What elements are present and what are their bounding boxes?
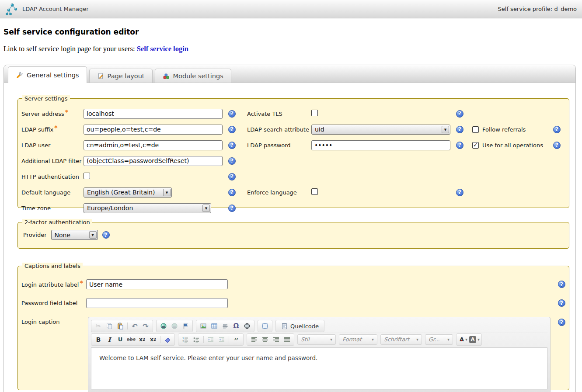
insert-image-button[interactable] xyxy=(198,321,209,331)
help-icon[interactable] xyxy=(228,189,236,196)
undo-button[interactable]: ↶ xyxy=(129,321,140,331)
time-zone-row: Time zone Europe/London xyxy=(21,203,565,213)
help-icon[interactable] xyxy=(553,126,561,133)
format-dropdown[interactable]: Format xyxy=(339,334,377,345)
checkmark-icon: ✓ xyxy=(473,142,478,148)
help-icon[interactable] xyxy=(228,126,236,133)
selected-value: uid xyxy=(315,126,324,133)
bullet-list-button[interactable] xyxy=(191,335,202,344)
ordered-list-button[interactable]: 12 xyxy=(180,335,191,344)
source-button-label: Quellcode xyxy=(290,323,319,330)
special-character-button[interactable]: Ω xyxy=(231,321,241,331)
superscript-button[interactable]: x2 xyxy=(148,335,158,344)
help-icon[interactable] xyxy=(456,126,464,133)
ldap-password-input[interactable] xyxy=(311,140,450,150)
help-icon[interactable] xyxy=(558,299,565,307)
follow-referrals-checkbox[interactable] xyxy=(472,126,479,133)
subscript-button[interactable]: x2 xyxy=(137,335,147,344)
help-icon[interactable] xyxy=(456,142,464,149)
help-icon[interactable] xyxy=(456,110,464,118)
superscript-icon: x xyxy=(150,336,153,343)
provider-select[interactable]: None xyxy=(51,230,98,240)
anchor-button[interactable] xyxy=(180,321,191,331)
login-caption-label: Login caption xyxy=(21,317,86,325)
self-service-login-link[interactable]: Self service login xyxy=(137,45,188,53)
help-icon[interactable] xyxy=(228,142,236,149)
login-attribute-label: Login attribute label* xyxy=(21,281,86,288)
login-caption-editor: ✂ ↶ ↷ xyxy=(88,317,551,392)
title-bar: LDAP Account Manager Self service profil… xyxy=(0,0,582,18)
cut-button[interactable]: ✂ xyxy=(93,321,104,331)
italic-button[interactable]: I xyxy=(104,335,115,344)
tab-label: General settings xyxy=(27,72,79,79)
outdent-button[interactable] xyxy=(206,335,216,344)
help-icon[interactable] xyxy=(553,142,561,149)
svg-text:1: 1 xyxy=(182,336,184,340)
default-language-select[interactable]: English (Great Britain) xyxy=(84,187,172,198)
tab-page-layout[interactable]: Page layout xyxy=(89,69,153,83)
two-factor-fieldset: 2-factor authentication Provider None xyxy=(17,219,569,249)
underline-button[interactable]: U xyxy=(115,335,125,344)
align-left-icon xyxy=(251,336,258,343)
format-dropdown-label: Format xyxy=(342,336,362,343)
copy-button[interactable] xyxy=(104,321,115,331)
horizontal-rule-button[interactable] xyxy=(220,321,230,331)
size-dropdown[interactable]: Gr... xyxy=(425,334,453,345)
align-right-button[interactable] xyxy=(271,335,281,344)
login-attribute-input[interactable] xyxy=(86,279,228,289)
background-color-icon: A xyxy=(469,336,476,343)
required-marker: * xyxy=(54,124,57,131)
activate-tls-checkbox[interactable] xyxy=(311,110,318,116)
additional-ldap-filter-input[interactable] xyxy=(84,156,223,166)
help-icon[interactable] xyxy=(228,157,236,165)
svg-text:2: 2 xyxy=(182,340,184,343)
paste-button[interactable] xyxy=(115,321,125,331)
login-link-prefix: Link to self service login page for your… xyxy=(3,45,135,53)
insert-link-button[interactable] xyxy=(158,321,169,331)
ldap-user-input[interactable] xyxy=(84,140,223,150)
help-icon[interactable] xyxy=(456,189,464,196)
help-icon[interactable] xyxy=(228,110,236,118)
tab-general-settings[interactable]: General settings xyxy=(8,66,87,83)
use-for-all-operations-checkbox[interactable]: ✓ xyxy=(472,142,479,149)
insert-table-button[interactable] xyxy=(209,321,220,331)
strikethrough-button[interactable]: abc xyxy=(126,335,136,344)
password-field-label-input[interactable] xyxy=(86,298,228,308)
http-authentication-checkbox[interactable] xyxy=(84,173,90,179)
ldap-search-attribute-select[interactable]: uid xyxy=(311,125,450,135)
help-icon[interactable] xyxy=(228,173,236,180)
enforce-language-checkbox[interactable] xyxy=(311,188,318,195)
remove-format-button[interactable] xyxy=(162,335,173,344)
indent-button[interactable] xyxy=(216,335,227,344)
remove-link-button[interactable] xyxy=(169,321,180,331)
iframe-button[interactable] xyxy=(242,321,252,331)
blockquote-button[interactable]: ” xyxy=(231,335,241,344)
editor-content-area[interactable]: Welcome to LAM self service. Please ente… xyxy=(91,347,547,389)
styles-dropdown[interactable]: Stil xyxy=(297,334,336,345)
font-dropdown[interactable]: Schriftart xyxy=(380,334,422,345)
tab-module-settings[interactable]: Module settings xyxy=(155,69,231,83)
time-zone-select[interactable]: Europe/London xyxy=(84,203,211,213)
background-color-button[interactable]: A xyxy=(469,335,480,344)
bold-button[interactable]: B xyxy=(93,335,104,344)
help-icon[interactable] xyxy=(558,281,565,288)
login-caption-row: Login caption ✂ ↶ ↷ xyxy=(21,317,565,392)
align-justify-icon xyxy=(284,336,290,343)
text-color-button[interactable]: A xyxy=(458,335,469,344)
undo-icon: ↶ xyxy=(132,322,137,330)
align-center-button[interactable] xyxy=(260,335,270,344)
help-icon[interactable] xyxy=(228,205,236,212)
time-zone-label: Time zone xyxy=(21,205,84,212)
wrench-icon xyxy=(16,71,23,79)
align-justify-button[interactable] xyxy=(282,335,292,344)
source-code-button[interactable]: Quellcode xyxy=(278,321,322,331)
use-for-all-operations-label: Use for all operations xyxy=(482,142,543,149)
ldap-user-label: LDAP user xyxy=(21,142,84,149)
align-left-button[interactable] xyxy=(249,335,259,344)
ldap-suffix-input[interactable] xyxy=(84,125,223,135)
server-address-input[interactable] xyxy=(84,109,223,119)
maximize-button[interactable] xyxy=(260,321,270,331)
help-icon[interactable] xyxy=(102,231,110,239)
help-icon[interactable] xyxy=(558,319,565,326)
redo-button[interactable]: ↷ xyxy=(140,321,151,331)
